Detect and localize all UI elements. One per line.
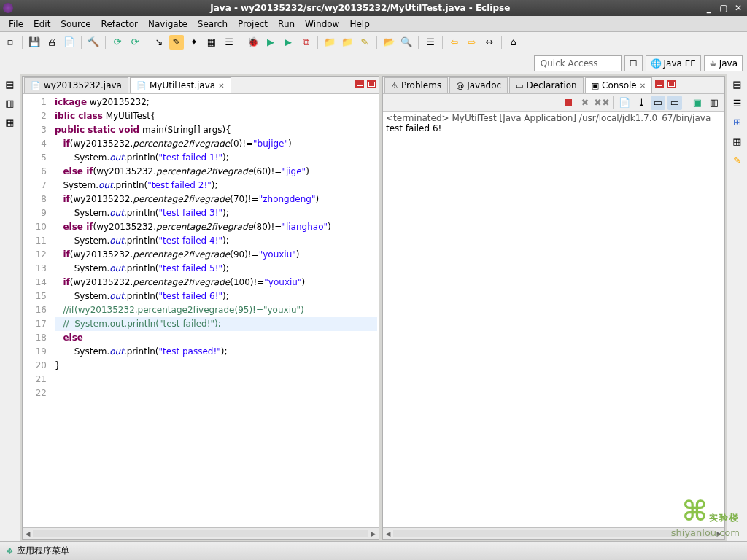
left-trim-bar: ▤ ▥ ▦ bbox=[0, 74, 20, 541]
folder1-icon[interactable]: 📁 bbox=[322, 35, 337, 50]
menu-window[interactable]: Window bbox=[301, 18, 344, 31]
open-perspective-button[interactable]: ☐ bbox=[624, 55, 643, 71]
console-header: <terminated> MyUtilTest [Java Applicatio… bbox=[386, 113, 721, 123]
maximize-button[interactable]: ▢ bbox=[718, 3, 729, 13]
menu-file[interactable]: File bbox=[4, 18, 28, 31]
menu-bar: File Edit Source Refactor Navigate Searc… bbox=[0, 16, 747, 32]
print-icon[interactable]: 📄 bbox=[62, 35, 77, 50]
hierarchy-icon[interactable]: ▦ bbox=[4, 117, 17, 130]
menu-run[interactable]: Run bbox=[274, 18, 299, 31]
menu-help[interactable]: Help bbox=[345, 18, 374, 31]
tab-console[interactable]: ▣ Console ✕ bbox=[585, 77, 652, 93]
perspective-java-ee[interactable]: 🌐 Java EE bbox=[646, 55, 701, 71]
editor-pane: 📄 wy20135232.java 📄 MyUtilTest.java ✕ 12… bbox=[22, 76, 379, 540]
editor-minimize-icon[interactable] bbox=[355, 80, 365, 90]
remove-all-icon[interactable]: ✖✖ bbox=[595, 96, 609, 110]
folder3-icon[interactable]: 📂 bbox=[382, 35, 396, 50]
markers-icon[interactable]: ✎ bbox=[731, 155, 744, 168]
show-console-icon[interactable]: ▭ bbox=[667, 96, 682, 110]
coverage-icon[interactable]: ▶ bbox=[281, 35, 295, 50]
package-explorer-icon[interactable]: ▤ bbox=[4, 79, 17, 92]
quick-access-input[interactable]: Quick Access bbox=[534, 55, 622, 71]
tab-myutiltest[interactable]: 📄 MyUtilTest.java ✕ bbox=[130, 77, 231, 93]
open-console-icon[interactable]: ▣ bbox=[690, 96, 705, 110]
perspective-java[interactable]: ☕ Java bbox=[704, 55, 743, 71]
up-icon[interactable]: ↔ bbox=[482, 35, 497, 50]
bug-icon[interactable]: 🐞 bbox=[246, 35, 260, 50]
remove-launch-icon[interactable]: ✖ bbox=[578, 96, 592, 110]
close-tab-icon[interactable]: ✕ bbox=[218, 82, 224, 90]
saveall-icon[interactable]: 🖨 bbox=[44, 35, 59, 50]
reslist-icon[interactable]: ☰ bbox=[423, 35, 438, 50]
editor-tabstrip: 📄 wy20135232.java 📄 MyUtilTest.java ✕ bbox=[23, 77, 379, 94]
build-icon[interactable]: 🔨 bbox=[86, 35, 101, 50]
outline-icon[interactable]: ▤ bbox=[731, 79, 744, 92]
tab-declaration[interactable]: ▭ Declaration bbox=[509, 77, 584, 93]
os-taskbar[interactable]: ❖ 应用程序菜单 bbox=[0, 541, 747, 560]
clear-console-icon[interactable]: 📄 bbox=[617, 96, 632, 110]
console-toolbar: ✖ ✖✖ 📄 ⤓ ▭ ▭ ▣ ▥ bbox=[383, 94, 724, 112]
tab-wy20135232[interactable]: 📄 wy20135232.java bbox=[24, 77, 128, 93]
menu-navigate[interactable]: Navigate bbox=[144, 18, 192, 31]
right-trim-bar: ▤ ☰ ⊞ ▦ ✎ bbox=[727, 74, 747, 541]
console-hscrollbar[interactable]: ◀▶ bbox=[383, 527, 724, 539]
team-icon[interactable]: ⌂ bbox=[506, 35, 521, 50]
menu-refactor[interactable]: Refactor bbox=[97, 18, 142, 31]
menu-search[interactable]: Search bbox=[193, 18, 232, 31]
window-title: Java - wy20135232/src/wy20135232/MyUtilT… bbox=[18, 3, 703, 13]
list-icon[interactable]: ☰ bbox=[222, 35, 236, 50]
terminate-icon[interactable] bbox=[561, 96, 576, 110]
back-icon[interactable]: ⇦ bbox=[447, 35, 462, 50]
tasklist-icon[interactable]: ☰ bbox=[731, 98, 744, 111]
scroll-lock-icon[interactable]: ⤓ bbox=[634, 96, 649, 110]
view-tabstrip: ⚠ Problems @ Javadoc ▭ Declaration ▣ Con… bbox=[383, 77, 724, 94]
taskbar-menu[interactable]: 应用程序菜单 bbox=[17, 545, 69, 557]
save-icon[interactable]: 💾 bbox=[27, 35, 42, 50]
tasks-icon[interactable]: ⊞ bbox=[731, 117, 744, 130]
code-editor[interactable]: 12345678910111213141516171819202122 icka… bbox=[23, 94, 379, 527]
menu-project[interactable]: Project bbox=[233, 18, 272, 31]
navigator-icon[interactable]: ▥ bbox=[4, 98, 17, 111]
display-console-icon[interactable]: ▥ bbox=[707, 96, 721, 110]
debug-dropdown-icon[interactable]: ⟳ bbox=[110, 35, 125, 50]
pencil-icon[interactable]: ✎ bbox=[357, 35, 372, 50]
app-icon bbox=[3, 3, 13, 13]
minimize-button[interactable]: _ bbox=[703, 3, 715, 13]
tab-javadoc[interactable]: @ Javadoc bbox=[449, 77, 508, 93]
run-icon[interactable]: ▶ bbox=[263, 35, 278, 50]
view-maximize-icon[interactable] bbox=[666, 80, 676, 90]
menu-source[interactable]: Source bbox=[56, 18, 95, 31]
external-icon[interactable]: ⧉ bbox=[298, 35, 313, 50]
window-titlebar: Java - wy20135232/src/wy20135232/MyUtilT… bbox=[0, 0, 747, 16]
step-icon[interactable]: ↘ bbox=[152, 35, 166, 50]
leaf-icon: ❖ bbox=[6, 546, 14, 556]
pin-console-icon[interactable]: ▭ bbox=[651, 96, 665, 110]
console-body[interactable]: <terminated> MyUtilTest [Java Applicatio… bbox=[383, 112, 724, 527]
editor-hscrollbar[interactable]: ◀▶ bbox=[23, 527, 379, 539]
console-output: test failed 6! bbox=[386, 123, 721, 133]
view-minimize-icon[interactable] bbox=[654, 80, 665, 90]
bookmark-icon[interactable]: ▦ bbox=[731, 136, 744, 149]
console-pane: ⚠ Problems @ Javadoc ▭ Declaration ▣ Con… bbox=[382, 76, 725, 540]
search-icon[interactable]: 🔍 bbox=[399, 35, 414, 50]
close-button[interactable]: ✕ bbox=[732, 3, 744, 13]
run-dropdown-icon[interactable]: ⟳ bbox=[128, 35, 142, 50]
highlight-icon[interactable]: ✎ bbox=[169, 35, 184, 50]
close-view-icon[interactable]: ✕ bbox=[640, 82, 646, 90]
perspective-bar: Quick Access ☐ 🌐 Java EE ☕ Java bbox=[0, 52, 747, 74]
main-toolbar: ▫ 💾 🖨 📄 🔨 ⟳ ⟳ ↘ ✎ ✦ ▦ ☰ 🐞 ▶ ▶ ⧉ 📁 📁 ✎ 📂 … bbox=[0, 32, 747, 52]
wand-icon[interactable]: ✦ bbox=[187, 35, 201, 50]
tab-problems[interactable]: ⚠ Problems bbox=[384, 77, 448, 93]
fwd-icon[interactable]: ⇨ bbox=[465, 35, 479, 50]
menu-edit[interactable]: Edit bbox=[29, 18, 55, 31]
folder2-icon[interactable]: 📁 bbox=[340, 35, 355, 50]
new-icon[interactable]: ▫ bbox=[3, 35, 18, 50]
grid-icon[interactable]: ▦ bbox=[204, 35, 219, 50]
editor-maximize-icon[interactable] bbox=[366, 80, 376, 90]
